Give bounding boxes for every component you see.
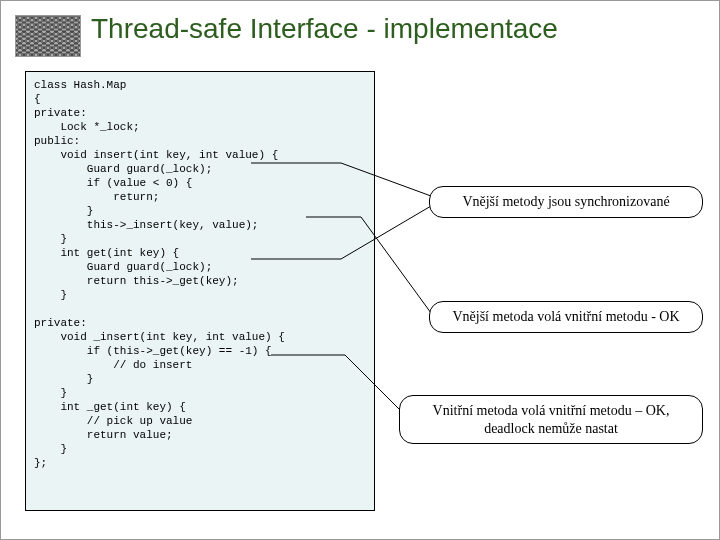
callout-inner-calls-inner: Vnitřní metoda volá vnitřní metodu – OK,… <box>399 395 703 444</box>
code-block: class Hash.Map { private: Lock *_lock; p… <box>25 71 375 511</box>
logo-image <box>15 15 81 57</box>
slide: Thread-safe Interface - implementace cla… <box>0 0 720 540</box>
callout-outer-sync: Vnější metody jsou synchronizované <box>429 186 703 218</box>
slide-title: Thread-safe Interface - implementace <box>91 13 558 45</box>
callout-outer-calls-inner: Vnější metoda volá vnitřní metodu - OK <box>429 301 703 333</box>
